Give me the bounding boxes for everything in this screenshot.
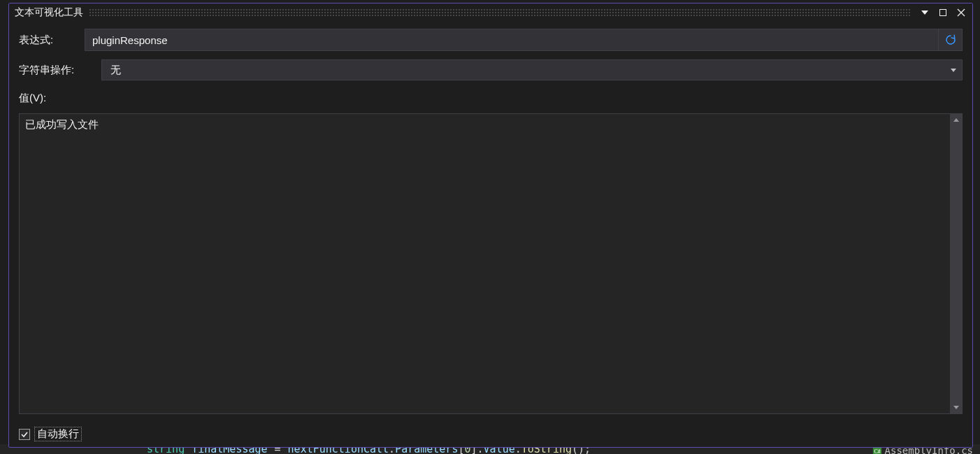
- string-operation-select[interactable]: 无: [101, 59, 963, 80]
- scroll-down-button[interactable]: [950, 402, 962, 413]
- expression-input[interactable]: [85, 29, 938, 50]
- string-operation-selected: 无: [110, 64, 951, 77]
- text-visualizer-dialog: 文本可视化工具 表达式:: [8, 3, 973, 448]
- chevron-down-icon: [921, 10, 928, 15]
- value-textarea[interactable]: 已成功写入文件: [20, 114, 950, 413]
- refresh-button[interactable]: [938, 29, 962, 50]
- titlebar[interactable]: 文本可视化工具: [9, 3, 972, 22]
- expression-input-wrap: [85, 29, 963, 51]
- vertical-scrollbar[interactable]: [950, 114, 962, 413]
- check-icon: [20, 430, 29, 439]
- close-button[interactable]: [953, 5, 970, 20]
- expression-row: 表达式:: [19, 29, 963, 51]
- footer-row: 自动换行: [19, 427, 963, 441]
- chevron-down-icon: [951, 69, 956, 72]
- value-textarea-wrap: 已成功写入文件: [19, 113, 963, 414]
- wrap-checkbox[interactable]: [19, 429, 30, 440]
- svg-text:C#: C#: [874, 448, 880, 455]
- window-title: 文本可视化工具: [15, 6, 83, 19]
- arrow-up-icon: [953, 118, 959, 122]
- maximize-icon: [939, 9, 946, 16]
- window-menu-button[interactable]: [916, 5, 933, 20]
- arrow-down-icon: [953, 406, 959, 409]
- close-icon: [957, 8, 965, 17]
- window-controls: [916, 5, 970, 20]
- scroll-up-button[interactable]: [950, 114, 962, 126]
- value-label: 值(V):: [19, 92, 963, 105]
- maximize-button[interactable]: [935, 5, 951, 20]
- string-operation-label: 字符串操作:: [19, 64, 93, 77]
- string-operation-row: 字符串操作: 无: [19, 59, 963, 80]
- expression-label: 表达式:: [19, 34, 76, 47]
- titlebar-grip[interactable]: [89, 8, 911, 17]
- refresh-icon: [944, 34, 957, 46]
- dialog-content: 表达式: 字符串操作: 无 值(V): 已成功写入文件: [9, 22, 972, 447]
- wrap-label[interactable]: 自动换行: [34, 427, 82, 441]
